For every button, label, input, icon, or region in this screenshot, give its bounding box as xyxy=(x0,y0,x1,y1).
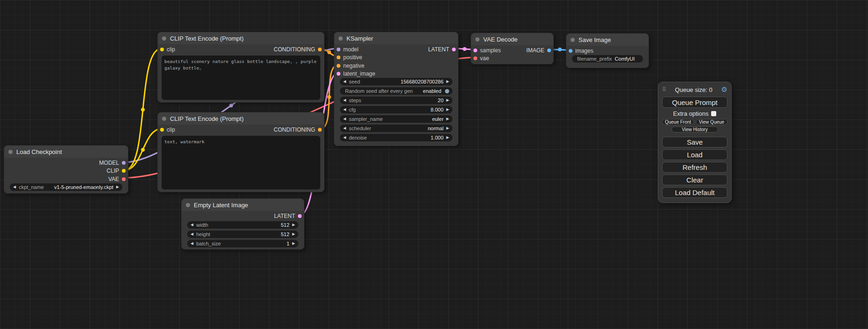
denoise-widget[interactable]: ◀ denoise 1.000 ▶ xyxy=(340,134,452,141)
clip-output-port[interactable] xyxy=(122,169,126,173)
view-history-button[interactable]: View History xyxy=(671,126,719,133)
filename-prefix-widget[interactable]: filename_prefix ComfyUI xyxy=(572,55,643,63)
clip-text-encode-negative-node[interactable]: CLIP Text Encode (Prompt) clip CONDITION… xyxy=(157,112,325,192)
increment-arrow-icon[interactable]: ▶ xyxy=(116,185,119,189)
increment-arrow-icon[interactable]: ▶ xyxy=(292,232,295,236)
samples-input-port[interactable] xyxy=(473,49,477,52)
node-title-bar[interactable]: Save Image xyxy=(566,34,649,46)
positive-input-port[interactable] xyxy=(337,56,340,59)
drag-handle-icon[interactable]: ⠿ xyxy=(662,86,666,93)
decrement-arrow-icon[interactable]: ◀ xyxy=(343,117,346,121)
widget-value: euler xyxy=(432,116,443,122)
decrement-arrow-icon[interactable]: ◀ xyxy=(343,108,346,112)
collapse-dot-icon[interactable] xyxy=(162,117,166,121)
width-widget[interactable]: ◀ width 512 ▶ xyxy=(187,221,298,229)
settings-gear-icon[interactable]: ⚙ xyxy=(721,86,727,93)
node-title-bar[interactable]: CLIP Text Encode (Prompt) xyxy=(158,32,324,44)
refresh-button[interactable]: Refresh xyxy=(662,162,727,173)
decrement-arrow-icon[interactable]: ◀ xyxy=(343,136,346,140)
decrement-arrow-icon[interactable]: ◀ xyxy=(343,98,346,102)
height-widget[interactable]: ◀ height 512 ▶ xyxy=(187,231,298,238)
clip-text-encode-positive-node[interactable]: CLIP Text Encode (Prompt) clip CONDITION… xyxy=(157,32,325,103)
widget-name: Random seed after every gen xyxy=(345,88,413,94)
prompt-text-area[interactable]: text, watermark xyxy=(162,136,320,189)
steps-widget[interactable]: ◀ steps 20 ▶ xyxy=(340,97,452,104)
model-input-port[interactable] xyxy=(337,48,340,51)
slot-row: samples IMAGE xyxy=(471,46,553,55)
vae-input-port[interactable] xyxy=(473,56,477,60)
collapse-dot-icon[interactable] xyxy=(571,38,575,42)
clip-input-label: clip xyxy=(167,126,175,133)
images-input-port[interactable] xyxy=(569,49,572,53)
ksampler-node[interactable]: KSampler model LATENT positive xyxy=(334,32,459,146)
widget-name: denoise xyxy=(349,135,367,140)
vae-decode-node[interactable]: VAE Decode samples IMAGE vae xyxy=(471,33,554,64)
increment-arrow-icon[interactable]: ▶ xyxy=(292,223,295,227)
slot-row: positive xyxy=(334,54,458,62)
decrement-arrow-icon[interactable]: ◀ xyxy=(343,80,346,84)
clear-button[interactable]: Clear xyxy=(662,175,727,185)
collapse-dot-icon[interactable] xyxy=(475,37,480,42)
vae-output-port[interactable] xyxy=(122,177,126,181)
collapse-dot-icon[interactable] xyxy=(162,36,166,41)
latent-output-port[interactable] xyxy=(298,214,302,218)
increment-arrow-icon[interactable]: ▶ xyxy=(446,98,449,102)
image-output-port[interactable] xyxy=(547,49,551,52)
collapse-dot-icon[interactable] xyxy=(8,150,13,154)
increment-arrow-icon[interactable]: ▶ xyxy=(446,136,449,140)
view-queue-button[interactable]: View Queue xyxy=(696,119,727,125)
conditioning-output-port[interactable] xyxy=(318,48,322,51)
queue-prompt-button[interactable]: Queue Prompt xyxy=(662,97,727,108)
prompt-text-area[interactable]: beautiful scenery nature glass bottle la… xyxy=(162,56,320,100)
random-seed-toggle-widget[interactable]: Random seed after every gen enabled xyxy=(340,87,452,95)
save-button[interactable]: Save xyxy=(662,137,727,147)
node-title-bar[interactable]: VAE Decode xyxy=(471,33,553,45)
queue-front-button[interactable]: Queue Front xyxy=(662,119,694,125)
clip-input-port[interactable] xyxy=(160,128,164,132)
toggle-dot-icon[interactable] xyxy=(445,89,449,93)
slot-row: VAE xyxy=(4,175,128,183)
negative-input-port[interactable] xyxy=(337,64,340,68)
decrement-arrow-icon[interactable]: ◀ xyxy=(13,185,16,189)
graph-canvas[interactable]: Load Checkpoint MODEL CLIP VAE xyxy=(0,0,868,329)
decrement-arrow-icon[interactable]: ◀ xyxy=(191,232,193,236)
increment-arrow-icon[interactable]: ▶ xyxy=(446,108,449,112)
load-checkpoint-node[interactable]: Load Checkpoint MODEL CLIP VAE xyxy=(4,145,128,194)
increment-arrow-icon[interactable]: ▶ xyxy=(292,242,295,245)
images-input-label: images xyxy=(575,48,593,54)
latent-output-label: LATENT xyxy=(428,46,449,53)
sampler-name-widget[interactable]: ◀ sampler_name euler ▶ xyxy=(340,115,452,123)
batch-size-widget[interactable]: ◀ batch_size 1 ▶ xyxy=(187,240,298,247)
widget-value: 8.000 xyxy=(430,107,444,112)
cfg-widget[interactable]: ◀ cfg 8.000 ▶ xyxy=(340,106,452,113)
load-button[interactable]: Load xyxy=(662,149,727,160)
collapse-dot-icon[interactable] xyxy=(339,36,343,41)
empty-latent-image-node[interactable]: Empty Latent Image LATENT ◀ width 512 ▶ … xyxy=(181,198,304,250)
load-default-button[interactable]: Load Default xyxy=(662,187,727,198)
extra-options-checkbox[interactable] xyxy=(711,111,716,116)
ckpt-name-widget[interactable]: ◀ ckpt_name v1-5-pruned-emaonly.ckpt ▶ xyxy=(10,183,122,191)
increment-arrow-icon[interactable]: ▶ xyxy=(446,80,449,84)
latent-output-port[interactable] xyxy=(452,48,456,51)
widget-value: v1-5-pruned-emaonly.ckpt xyxy=(54,184,113,190)
seed-widget[interactable]: ◀ seed 156680208700286 ▶ xyxy=(340,78,452,85)
decrement-arrow-icon[interactable]: ◀ xyxy=(343,126,346,130)
save-image-node[interactable]: Save Image images filename_prefix ComfyU… xyxy=(566,33,649,68)
scheduler-widget[interactable]: ◀ scheduler normal ▶ xyxy=(340,125,452,132)
widget-name: scheduler xyxy=(349,126,371,131)
increment-arrow-icon[interactable]: ▶ xyxy=(446,117,449,121)
decrement-arrow-icon[interactable]: ◀ xyxy=(191,242,193,245)
node-title-bar[interactable]: Empty Latent Image xyxy=(182,199,304,211)
node-title-bar[interactable]: KSampler xyxy=(334,32,458,44)
slot-row: clip CONDITIONING xyxy=(158,126,324,134)
conditioning-output-port[interactable] xyxy=(318,128,322,132)
clip-input-port[interactable] xyxy=(160,48,164,51)
node-title-bar[interactable]: Load Checkpoint xyxy=(4,146,128,158)
model-output-port[interactable] xyxy=(122,161,126,165)
decrement-arrow-icon[interactable]: ◀ xyxy=(191,223,193,227)
increment-arrow-icon[interactable]: ▶ xyxy=(446,126,449,130)
node-title-bar[interactable]: CLIP Text Encode (Prompt) xyxy=(158,112,324,125)
latent-image-input-port[interactable] xyxy=(337,72,340,76)
collapse-dot-icon[interactable] xyxy=(186,203,190,207)
widget-value: 20 xyxy=(438,98,444,103)
